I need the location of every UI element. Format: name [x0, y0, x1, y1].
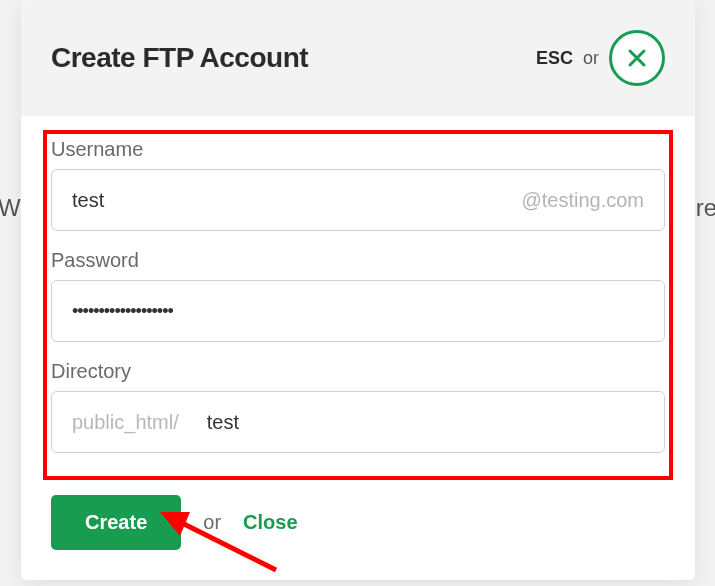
- password-label: Password: [51, 249, 665, 272]
- directory-input[interactable]: [207, 411, 644, 434]
- username-input-wrap[interactable]: @testing.com: [51, 169, 665, 231]
- background-text-left: W: [0, 194, 21, 222]
- esc-label: ESC: [536, 48, 573, 69]
- modal-title: Create FTP Account: [51, 42, 308, 74]
- username-group: Username @testing.com: [45, 138, 671, 231]
- header-or-label: or: [583, 48, 599, 69]
- close-link[interactable]: Close: [243, 511, 297, 534]
- modal-header: Create FTP Account ESC or: [21, 0, 695, 116]
- directory-label: Directory: [51, 360, 665, 383]
- close-button[interactable]: [609, 30, 665, 86]
- modal-body: Username @testing.com Password •••••••••…: [21, 116, 695, 481]
- modal-footer: Create or Close: [21, 481, 695, 580]
- create-ftp-modal: Create FTP Account ESC or Username @test…: [21, 0, 695, 580]
- username-domain-suffix: @testing.com: [521, 189, 644, 212]
- create-button[interactable]: Create: [51, 495, 181, 550]
- password-input[interactable]: •••••••••••••••••••: [72, 301, 644, 322]
- close-icon: [627, 48, 647, 68]
- username-input[interactable]: [72, 189, 521, 212]
- background-text-right: re: [696, 194, 715, 222]
- header-close-area: ESC or: [536, 30, 665, 86]
- footer-or-label: or: [203, 511, 221, 534]
- directory-input-wrap[interactable]: public_html/: [51, 391, 665, 453]
- directory-group: Directory public_html/: [45, 360, 671, 453]
- password-group: Password •••••••••••••••••••: [45, 249, 671, 342]
- directory-prefix: public_html/: [72, 411, 179, 434]
- password-input-wrap[interactable]: •••••••••••••••••••: [51, 280, 665, 342]
- username-label: Username: [51, 138, 665, 161]
